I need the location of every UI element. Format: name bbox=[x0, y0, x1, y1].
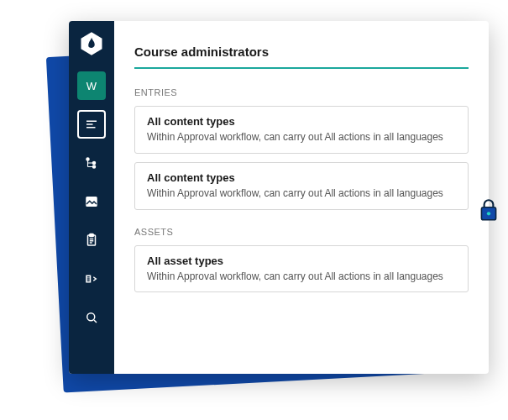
svg-rect-9 bbox=[90, 234, 94, 237]
section-entries: ENTRIES All content types Within Approva… bbox=[134, 87, 469, 210]
app-window: W Course administrators ENTRIES All cont… bbox=[69, 21, 489, 374]
main-content: Course administrators ENTRIES All conten… bbox=[114, 21, 489, 374]
card-subtitle: Within Approval workflow, can carry out … bbox=[147, 186, 456, 201]
card-subtitle: Within Approval workflow, can carry out … bbox=[147, 130, 456, 144]
nav-structure[interactable] bbox=[77, 149, 106, 177]
card-subtitle: Within Approval workflow, can carry out … bbox=[147, 270, 456, 284]
clipboard-icon bbox=[84, 233, 99, 248]
svg-line-18 bbox=[94, 320, 97, 323]
search-icon bbox=[84, 310, 99, 325]
text-left-icon bbox=[84, 117, 99, 132]
app-logo[interactable] bbox=[77, 29, 106, 58]
workspace-letter: W bbox=[86, 80, 97, 92]
permission-card[interactable]: All content types Within Approval workfl… bbox=[134, 106, 469, 154]
svg-point-6 bbox=[93, 165, 96, 168]
svg-point-5 bbox=[93, 162, 96, 165]
svg-point-17 bbox=[87, 313, 95, 321]
card-title: All content types bbox=[147, 171, 456, 184]
nav-search[interactable] bbox=[77, 303, 106, 332]
svg-point-20 bbox=[487, 212, 490, 215]
nav-assets[interactable] bbox=[77, 187, 106, 216]
permission-card[interactable]: All asset types Within Approval workflow… bbox=[134, 245, 469, 293]
sidebar: W bbox=[69, 21, 114, 374]
page-title: Course administrators bbox=[134, 45, 469, 69]
workspace-badge[interactable]: W bbox=[77, 71, 106, 100]
nav-expand[interactable] bbox=[77, 265, 106, 293]
sidebar-expand-icon bbox=[84, 271, 99, 286]
section-label: ASSETS bbox=[134, 227, 469, 237]
section-assets: ASSETS All asset types Within Approval w… bbox=[134, 227, 469, 293]
section-label: ENTRIES bbox=[134, 87, 469, 97]
card-title: All asset types bbox=[147, 255, 456, 267]
nav-entries[interactable] bbox=[77, 110, 106, 139]
card-title: All content types bbox=[147, 115, 456, 128]
nav-clipboard[interactable] bbox=[77, 226, 106, 255]
svg-point-4 bbox=[86, 158, 89, 160]
permission-card[interactable]: All content types Within Approval workfl… bbox=[134, 162, 469, 210]
tree-icon bbox=[84, 155, 99, 171]
lock-icon bbox=[478, 197, 500, 223]
svg-rect-7 bbox=[86, 197, 97, 207]
image-icon bbox=[84, 194, 99, 209]
